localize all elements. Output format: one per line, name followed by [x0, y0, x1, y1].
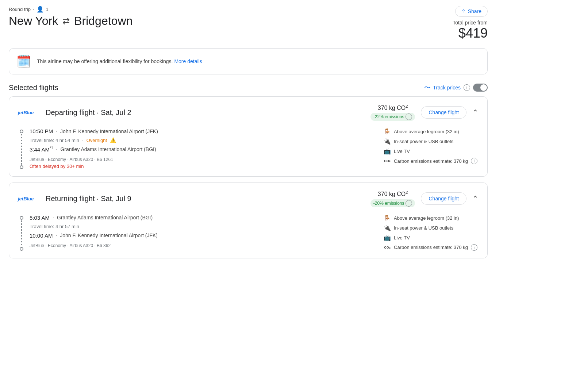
amenity-row-departing-1: 🔌 In-seat power & USB outlets	[384, 138, 479, 145]
tv-icon-returning-2: 📺	[384, 234, 391, 241]
track-prices-toggle[interactable]	[473, 84, 488, 92]
destination-city: Bridgetown	[74, 14, 132, 28]
track-prices-area: 〜 Track prices i	[424, 83, 488, 92]
emissions-info-icon-returning[interactable]: i	[406, 200, 412, 207]
arrival-time-row-returning: 10:00 AM · John F. Kennedy International…	[30, 232, 375, 239]
departure-airport-departing: John F. Kennedy International Airport (J…	[60, 128, 158, 134]
flexibility-icon: 🗓️	[16, 54, 31, 68]
flight-title-returning: Returning flight · Sat, Jul 9	[46, 195, 131, 203]
travel-time-row-returning: Travel time: 4 hr 57 min	[30, 224, 375, 229]
route-arrow-icon: ⇄	[62, 16, 70, 26]
emissions-kg-departing: 370 kg CO2	[370, 104, 415, 111]
emissions-block-departing: 370 kg CO2 -22% emissions i	[370, 104, 415, 121]
share-button[interactable]: ⇧ Share	[455, 6, 488, 17]
origin-city: New York	[9, 14, 58, 28]
stop-dot-departure-returning	[20, 216, 23, 220]
travel-time-returning: Travel time: 4 hr 57 min	[30, 224, 79, 229]
stop-line-departing	[21, 134, 22, 165]
flight-meta-departing: JetBlue · Economy · Airbus A320 · B6 126…	[30, 157, 375, 162]
departure-time-departing: 10:50 PM	[30, 128, 53, 134]
departure-time-row-departing: 10:50 PM · John F. Kennedy International…	[30, 128, 375, 134]
trip-meta: Round trip · 👤 1	[9, 6, 132, 13]
flight-card-header-returning: jetBlue Returning flight · Sat, Jul 9 37…	[18, 190, 479, 207]
change-flight-button-departing[interactable]: Change flight	[421, 106, 466, 119]
amenity-row-departing-0: 🪑 Above average legroom (32 in)	[384, 128, 479, 135]
flexibility-text: This airline may be offering additional …	[37, 58, 202, 64]
total-price: $419	[453, 26, 488, 41]
stop-dot-departure-departing	[20, 130, 23, 133]
chevron-up-icon-returning[interactable]: ⌃	[472, 194, 479, 203]
amenity-text-departing-1: In-seat power & USB outlets	[394, 139, 453, 144]
co2-icon-departing-3: CO₂	[384, 159, 391, 163]
flight-detail-returning: 5:03 AM · Grantley Adams International A…	[18, 215, 479, 251]
departure-time-returning: 5:03 AM	[30, 215, 50, 221]
flight-card-returning: jetBlue Returning flight · Sat, Jul 9 37…	[9, 182, 488, 258]
more-details-link[interactable]: More details	[174, 58, 202, 64]
co2-info-icon-departing-3[interactable]: i	[471, 158, 477, 164]
tv-icon-departing-2: 📺	[384, 148, 391, 155]
trip-info: Round trip · 👤 1 New York ⇄ Bridgetown	[9, 6, 132, 28]
amenity-row-returning-3: CO₂ Carbon emissions estimate: 370 kg i	[384, 244, 479, 251]
flight-stops-departing	[18, 128, 25, 169]
flights-container: jetBlue Departing flight · Sat, Jul 2 37…	[9, 96, 488, 258]
change-flight-button-returning[interactable]: Change flight	[421, 192, 466, 205]
amenity-text-departing-2: Live TV	[394, 149, 410, 154]
amenity-row-returning-0: 🪑 Above average legroom (32 in)	[384, 215, 479, 222]
share-icon: ⇧	[461, 8, 466, 14]
stop-dot-arrival-returning	[20, 247, 23, 251]
track-prices-label: Track prices	[433, 85, 461, 91]
co2-info-icon-returning-3[interactable]: i	[471, 244, 477, 251]
arrival-time-row-departing: 3:44 AM*1 · Grantley Adams International…	[30, 146, 375, 153]
amenity-row-departing-3: CO₂ Carbon emissions estimate: 370 kg i	[384, 158, 479, 164]
section-header: Selected flights 〜 Track prices i	[9, 83, 488, 92]
amenity-text-returning-3: Carbon emissions estimate: 370 kg	[394, 245, 468, 250]
person-icon: 👤	[36, 6, 44, 13]
airline-logo-departing: jetBlue	[18, 110, 40, 115]
airline-logo-returning: jetBlue	[18, 196, 40, 201]
flexibility-banner: 🗓️ This airline may be offering addition…	[9, 48, 488, 74]
amenity-text-departing-3: Carbon emissions estimate: 370 kg	[394, 158, 468, 164]
flight-times-departing: 10:50 PM · John F. Kennedy International…	[30, 128, 375, 169]
co2-icon-returning-3: CO₂	[384, 246, 391, 249]
track-prices-button[interactable]: 〜 Track prices	[424, 83, 461, 92]
emissions-kg-returning: 370 kg CO2	[370, 190, 415, 197]
emissions-info-icon-departing[interactable]: i	[406, 114, 412, 120]
power-icon-departing-1: 🔌	[384, 138, 391, 145]
chevron-up-icon-departing[interactable]: ⌃	[472, 108, 479, 117]
amenities-block-departing: 🪑 Above average legroom (32 in) 🔌 In-sea…	[384, 128, 479, 169]
departure-airport-returning: Grantley Adams International Airport (BG…	[57, 215, 153, 220]
seat-icon-departing-0: 🪑	[384, 128, 391, 135]
amenity-text-departing-0: Above average legroom (32 in)	[394, 129, 459, 134]
power-icon-returning-1: 🔌	[384, 224, 391, 231]
travel-time-departing: Travel time: 4 hr 54 min	[30, 138, 79, 143]
amenity-text-returning-1: In-seat power & USB outlets	[394, 225, 453, 231]
amenities-block-returning: 🪑 Above average legroom (32 in) 🔌 In-sea…	[384, 215, 479, 251]
stop-line-returning	[21, 220, 22, 246]
overnight-badge-departing: Overnight	[87, 138, 107, 143]
flight-card-departing: jetBlue Departing flight · Sat, Jul 2 37…	[9, 96, 488, 177]
arrival-time-departing: 3:44 AM*1	[30, 146, 53, 153]
flight-detail-departing: 10:50 PM · John F. Kennedy International…	[18, 128, 479, 169]
seat-icon-returning-0: 🪑	[384, 215, 391, 222]
price-label: Total price from	[453, 20, 488, 26]
amenity-row-returning-1: 🔌 In-seat power & USB outlets	[384, 224, 479, 231]
flight-times-returning: 5:03 AM · Grantley Adams International A…	[30, 215, 375, 251]
track-prices-info-icon[interactable]: i	[464, 84, 470, 91]
departure-time-row-returning: 5:03 AM · Grantley Adams International A…	[30, 215, 375, 221]
section-title: Selected flights	[9, 84, 58, 92]
emissions-badge-departing: -22% emissions i	[370, 113, 415, 121]
emissions-block-returning: 370 kg CO2 -20% emissions i	[370, 190, 415, 207]
route-title: New York ⇄ Bridgetown	[9, 14, 132, 28]
arrival-airport-departing: Grantley Adams International Airport (BG…	[60, 146, 156, 152]
passenger-count: 1	[46, 7, 49, 12]
flight-stops-returning	[18, 215, 25, 251]
warning-icon-departing: ⚠️	[110, 137, 116, 143]
top-bar: Round trip · 👤 1 New York ⇄ Bridgetown ⇧…	[9, 6, 488, 41]
amenity-text-returning-0: Above average legroom (32 in)	[394, 215, 459, 221]
trip-type: Round trip	[9, 7, 31, 12]
flight-card-header-departing: jetBlue Departing flight · Sat, Jul 2 37…	[18, 104, 479, 121]
emissions-badge-returning: -20% emissions i	[370, 199, 415, 207]
amenity-text-returning-2: Live TV	[394, 235, 410, 241]
track-icon: 〜	[424, 83, 431, 92]
flight-title-departing: Departing flight · Sat, Jul 2	[46, 108, 131, 117]
